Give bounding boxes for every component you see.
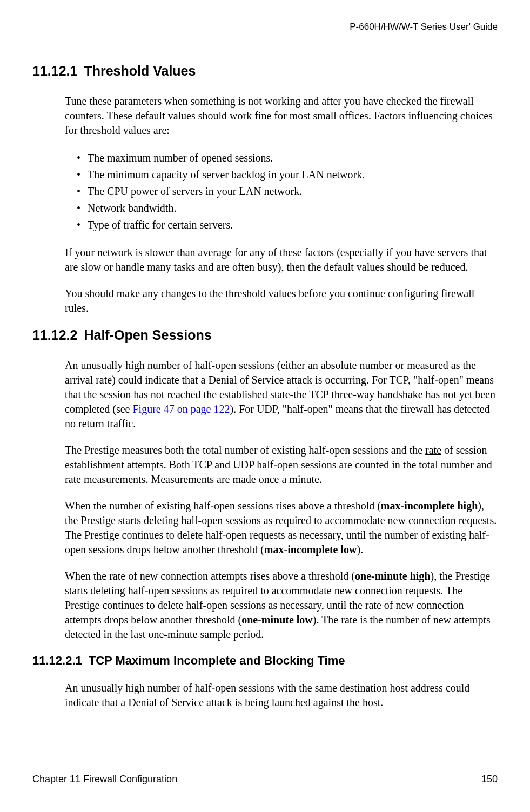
section-body-threshold: Tune these parameters when something is … [32,94,498,316]
text-fragment: When the number of existing half-open se… [65,500,381,512]
bold-one-minute-high: one-minute high [355,570,430,582]
xref-figure-47[interactable]: Figure 47 on page 122 [133,403,230,415]
text-fragment: ). [357,543,363,555]
list-item: The maximum number of opened sessions. [77,150,498,166]
para-s2-p4: When the rate of new connection attempts… [65,569,498,642]
heading-half-open-sessions: 11.12.2Half-Open Sessions [32,327,498,343]
header-rule [32,36,498,36]
list-item: The CPU power of servers in your LAN net… [77,183,498,200]
heading-text: Threshold Values [84,63,196,78]
para-s1-intro: Tune these parameters when something is … [65,94,498,138]
page-container: P-660H/HW/W-T Series User' Guide 11.12.1… [0,0,530,812]
bold-max-incomplete-high: max-incomplete high [381,500,478,512]
section-body-half-open: An unusually high number of half-open se… [32,358,498,642]
page-footer: Chapter 11 Firewall Configuration 150 [32,768,498,785]
heading-text: TCP Maximum Incomplete and Blocking Time [89,654,345,667]
bold-max-incomplete-low: max-incomplete low [264,543,357,555]
list-item: Type of traffic for certain servers. [77,217,498,233]
underline-rate: rate [425,444,441,456]
heading-number: 11.12.1 [32,63,77,79]
bold-one-minute-low: one-minute low [241,614,313,626]
bullet-list-factors: The maximum number of opened sessions. T… [65,150,498,233]
list-item: Network bandwidth. [77,200,498,217]
heading-text: Half-Open Sessions [84,327,211,343]
header-guide-title: P-660H/HW/W-T Series User' Guide [32,22,498,36]
para-s3-p1: An unusually high number of half-open se… [65,681,498,710]
footer-chapter: Chapter 11 Firewall Configuration [32,774,177,785]
heading-threshold-values: 11.12.1Threshold Values [32,63,498,79]
heading-tcp-max-incomplete: 11.12.2.1TCP Maximum Incomplete and Bloc… [32,654,498,668]
para-s1-changes: You should make any changes to the thres… [65,286,498,316]
content-area: 11.12.1Threshold Values Tune these param… [32,58,498,768]
para-s2-p1: An unusually high number of half-open se… [65,358,498,431]
footer-page-number: 150 [481,774,498,785]
heading-number: 11.12.2.1 [32,654,82,668]
text-fragment: The Prestige measures both the total num… [65,444,425,456]
list-item: The minimum capacity of server backlog i… [77,166,498,183]
para-s2-p2: The Prestige measures both the total num… [65,443,498,487]
para-s1-slower: If your network is slower than average f… [65,245,498,274]
heading-number: 11.12.2 [32,327,77,343]
section-body-tcp-max: An unusually high number of half-open se… [32,681,498,710]
para-s2-p3: When the number of existing half-open se… [65,499,498,557]
text-fragment: When the rate of new connection attempts… [65,570,355,582]
